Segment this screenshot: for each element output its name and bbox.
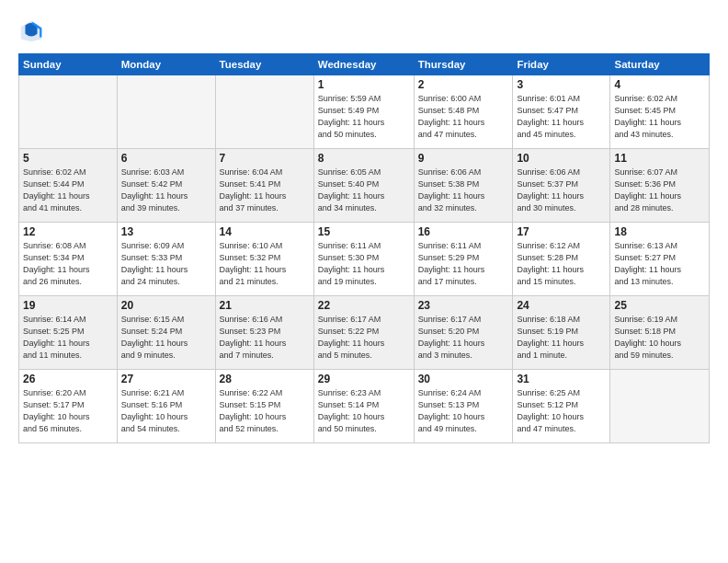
calendar-cell: 6Sunrise: 6:03 AM Sunset: 5:42 PM Daylig…	[117, 149, 215, 223]
day-info: Sunrise: 6:11 AM Sunset: 5:29 PM Dayligh…	[418, 240, 509, 288]
calendar-cell: 17Sunrise: 6:12 AM Sunset: 5:28 PM Dayli…	[513, 223, 610, 296]
header	[18, 17, 710, 46]
calendar-cell: 15Sunrise: 6:11 AM Sunset: 5:30 PM Dayli…	[313, 223, 414, 296]
day-number: 21	[220, 299, 310, 312]
calendar-cell: 21Sunrise: 6:16 AM Sunset: 5:23 PM Dayli…	[215, 296, 313, 370]
calendar-cell: 9Sunrise: 6:06 AM Sunset: 5:38 PM Daylig…	[414, 149, 513, 223]
calendar-cell: 20Sunrise: 6:15 AM Sunset: 5:24 PM Dayli…	[117, 296, 215, 370]
day-info: Sunrise: 6:18 AM Sunset: 5:19 PM Dayligh…	[517, 314, 606, 362]
weekday-header-wednesday: Wednesday	[313, 54, 414, 75]
day-number: 30	[418, 373, 509, 385]
calendar-cell: 30Sunrise: 6:24 AM Sunset: 5:13 PM Dayli…	[414, 370, 513, 443]
day-number: 7	[220, 152, 310, 165]
day-info: Sunrise: 6:01 AM Sunset: 5:47 PM Dayligh…	[517, 93, 606, 141]
weekday-header-monday: Monday	[117, 54, 215, 75]
page: SundayMondayTuesdayWednesdayThursdayFrid…	[0, 0, 728, 563]
week-row-1: 1Sunrise: 5:59 AM Sunset: 5:49 PM Daylig…	[19, 75, 710, 149]
day-info: Sunrise: 6:08 AM Sunset: 5:34 PM Dayligh…	[23, 240, 113, 288]
day-number: 1	[318, 78, 410, 91]
day-info: Sunrise: 6:12 AM Sunset: 5:28 PM Dayligh…	[517, 240, 606, 288]
day-info: Sunrise: 6:13 AM Sunset: 5:27 PM Dayligh…	[614, 240, 705, 288]
calendar-cell: 27Sunrise: 6:21 AM Sunset: 5:16 PM Dayli…	[117, 370, 215, 443]
day-info: Sunrise: 6:23 AM Sunset: 5:14 PM Dayligh…	[318, 387, 410, 435]
weekday-header-saturday: Saturday	[610, 54, 710, 75]
day-number: 22	[318, 299, 410, 312]
day-info: Sunrise: 6:06 AM Sunset: 5:38 PM Dayligh…	[418, 167, 509, 214]
calendar-cell: 11Sunrise: 6:07 AM Sunset: 5:36 PM Dayli…	[610, 149, 710, 223]
calendar-cell: 28Sunrise: 6:22 AM Sunset: 5:15 PM Dayli…	[215, 370, 313, 443]
day-number: 6	[121, 152, 211, 165]
day-info: Sunrise: 6:02 AM Sunset: 5:45 PM Dayligh…	[614, 93, 705, 141]
calendar-cell: 5Sunrise: 6:02 AM Sunset: 5:44 PM Daylig…	[19, 149, 118, 223]
day-info: Sunrise: 6:15 AM Sunset: 5:24 PM Dayligh…	[121, 314, 211, 362]
calendar-cell: 3Sunrise: 6:01 AM Sunset: 5:47 PM Daylig…	[513, 75, 610, 149]
day-number: 12	[23, 225, 113, 238]
day-info: Sunrise: 6:04 AM Sunset: 5:41 PM Dayligh…	[220, 167, 310, 214]
day-info: Sunrise: 5:59 AM Sunset: 5:49 PM Dayligh…	[318, 93, 410, 141]
weekday-header-friday: Friday	[513, 54, 610, 75]
calendar-cell: 18Sunrise: 6:13 AM Sunset: 5:27 PM Dayli…	[610, 223, 710, 296]
day-number: 13	[121, 225, 211, 238]
day-number: 10	[517, 152, 606, 165]
day-info: Sunrise: 6:19 AM Sunset: 5:18 PM Dayligh…	[614, 314, 705, 362]
calendar-cell: 16Sunrise: 6:11 AM Sunset: 5:29 PM Dayli…	[414, 223, 513, 296]
calendar-cell: 13Sunrise: 6:09 AM Sunset: 5:33 PM Dayli…	[117, 223, 215, 296]
day-info: Sunrise: 6:02 AM Sunset: 5:44 PM Dayligh…	[23, 167, 113, 214]
calendar-cell: 8Sunrise: 6:05 AM Sunset: 5:40 PM Daylig…	[313, 149, 414, 223]
day-info: Sunrise: 6:07 AM Sunset: 5:36 PM Dayligh…	[614, 167, 705, 214]
day-info: Sunrise: 6:22 AM Sunset: 5:15 PM Dayligh…	[220, 387, 310, 435]
day-number: 4	[614, 78, 705, 91]
day-number: 26	[23, 373, 113, 385]
calendar-cell: 22Sunrise: 6:17 AM Sunset: 5:22 PM Dayli…	[313, 296, 414, 370]
day-info: Sunrise: 6:20 AM Sunset: 5:17 PM Dayligh…	[23, 387, 113, 435]
day-number: 16	[418, 225, 509, 238]
day-info: Sunrise: 6:21 AM Sunset: 5:16 PM Dayligh…	[121, 387, 211, 435]
week-row-5: 26Sunrise: 6:20 AM Sunset: 5:17 PM Dayli…	[19, 370, 710, 443]
day-info: Sunrise: 6:05 AM Sunset: 5:40 PM Dayligh…	[318, 167, 410, 214]
weekday-header-thursday: Thursday	[414, 54, 513, 75]
calendar-cell	[610, 370, 710, 443]
day-info: Sunrise: 6:10 AM Sunset: 5:32 PM Dayligh…	[220, 240, 310, 288]
day-number: 3	[517, 78, 606, 91]
logo	[18, 20, 48, 46]
logo-icon	[18, 18, 44, 44]
calendar-cell	[19, 75, 118, 149]
weekday-header-row: SundayMondayTuesdayWednesdayThursdayFrid…	[19, 54, 710, 75]
calendar-cell: 2Sunrise: 6:00 AM Sunset: 5:48 PM Daylig…	[414, 75, 513, 149]
calendar-cell: 14Sunrise: 6:10 AM Sunset: 5:32 PM Dayli…	[215, 223, 313, 296]
day-info: Sunrise: 6:06 AM Sunset: 5:37 PM Dayligh…	[517, 167, 606, 214]
day-number: 19	[23, 299, 113, 312]
day-number: 2	[418, 78, 509, 91]
day-number: 5	[23, 152, 113, 165]
week-row-4: 19Sunrise: 6:14 AM Sunset: 5:25 PM Dayli…	[19, 296, 710, 370]
week-row-3: 12Sunrise: 6:08 AM Sunset: 5:34 PM Dayli…	[19, 223, 710, 296]
day-info: Sunrise: 6:24 AM Sunset: 5:13 PM Dayligh…	[418, 387, 509, 435]
day-info: Sunrise: 6:17 AM Sunset: 5:20 PM Dayligh…	[418, 314, 509, 362]
calendar-cell: 25Sunrise: 6:19 AM Sunset: 5:18 PM Dayli…	[610, 296, 710, 370]
calendar-cell: 31Sunrise: 6:25 AM Sunset: 5:12 PM Dayli…	[513, 370, 610, 443]
day-number: 25	[614, 299, 705, 312]
day-info: Sunrise: 6:00 AM Sunset: 5:48 PM Dayligh…	[418, 93, 509, 141]
day-number: 20	[121, 299, 211, 312]
day-number: 28	[220, 373, 310, 385]
week-row-2: 5Sunrise: 6:02 AM Sunset: 5:44 PM Daylig…	[19, 149, 710, 223]
day-number: 18	[614, 225, 705, 238]
day-number: 31	[517, 373, 606, 385]
day-info: Sunrise: 6:25 AM Sunset: 5:12 PM Dayligh…	[517, 387, 606, 435]
calendar-cell: 12Sunrise: 6:08 AM Sunset: 5:34 PM Dayli…	[19, 223, 118, 296]
day-number: 17	[517, 225, 606, 238]
calendar-cell: 24Sunrise: 6:18 AM Sunset: 5:19 PM Dayli…	[513, 296, 610, 370]
weekday-header-tuesday: Tuesday	[215, 54, 313, 75]
day-info: Sunrise: 6:14 AM Sunset: 5:25 PM Dayligh…	[23, 314, 113, 362]
calendar-cell: 1Sunrise: 5:59 AM Sunset: 5:49 PM Daylig…	[313, 75, 414, 149]
calendar-cell: 19Sunrise: 6:14 AM Sunset: 5:25 PM Dayli…	[19, 296, 118, 370]
day-info: Sunrise: 6:11 AM Sunset: 5:30 PM Dayligh…	[318, 240, 410, 288]
day-number: 14	[220, 225, 310, 238]
calendar-table: SundayMondayTuesdayWednesdayThursdayFrid…	[18, 53, 710, 443]
day-number: 27	[121, 373, 211, 385]
calendar-cell: 29Sunrise: 6:23 AM Sunset: 5:14 PM Dayli…	[313, 370, 414, 443]
calendar-cell: 23Sunrise: 6:17 AM Sunset: 5:20 PM Dayli…	[414, 296, 513, 370]
calendar-cell: 4Sunrise: 6:02 AM Sunset: 5:45 PM Daylig…	[610, 75, 710, 149]
calendar-cell	[117, 75, 215, 149]
day-number: 8	[318, 152, 410, 165]
